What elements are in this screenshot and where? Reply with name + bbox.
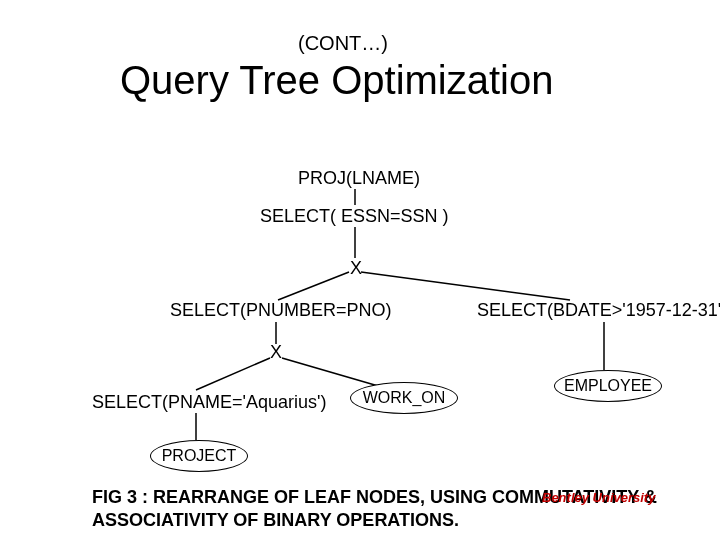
node-project-label: PROJECT (162, 447, 237, 465)
node-select-essn: SELECT( ESSN=SSN ) (260, 206, 449, 227)
svg-line-5 (196, 358, 270, 390)
node-cross-mid: X (270, 342, 282, 363)
node-cross-top: X (350, 258, 362, 279)
node-select-pname: SELECT(PNAME='Aquarius') (92, 392, 326, 413)
node-select-pnumber: SELECT(PNUMBER=PNO) (170, 300, 392, 321)
node-select-bdate: SELECT(BDATE>'1957-12-31') (477, 300, 720, 321)
node-employee: EMPLOYEE (554, 370, 662, 402)
node-work-on-label: WORK_ON (363, 389, 446, 407)
svg-line-3 (361, 272, 570, 300)
cont-label: (CONT…) (298, 32, 388, 55)
watermark: Bentley University (542, 490, 655, 505)
node-employee-label: EMPLOYEE (564, 377, 652, 395)
svg-line-2 (278, 272, 349, 300)
node-proj: PROJ(LNAME) (298, 168, 420, 189)
page-title: Query Tree Optimization (120, 58, 554, 103)
node-work-on: WORK_ON (350, 382, 458, 414)
node-project: PROJECT (150, 440, 248, 472)
